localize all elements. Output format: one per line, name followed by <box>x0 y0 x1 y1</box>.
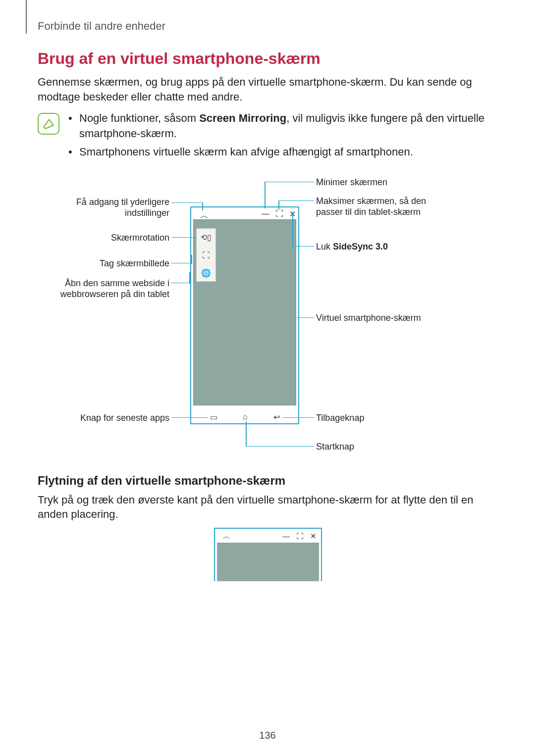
home-icon: ⌂ <box>243 412 248 421</box>
label-web: Åbn den samme webside i webbrowseren på … <box>38 278 169 300</box>
back-icon: ↩ <box>273 412 280 422</box>
maximize-icon: ⛶ <box>296 532 304 540</box>
web-icon: 🌐 <box>197 264 215 282</box>
chevron-up-icon: ︿ <box>223 532 230 541</box>
label-rotate: Skærmrotation <box>38 232 169 244</box>
minimize-icon: — <box>262 209 269 218</box>
label-back: Tilbageknap <box>316 412 364 424</box>
label-virtual: Virtuel smartphone-skærm <box>316 312 421 324</box>
minimize-icon: — <box>282 532 290 540</box>
page-number: 136 <box>0 730 535 741</box>
small-diagram: ︿ — ⛶ ✕ <box>211 528 325 581</box>
side-toolbar: ⟲▯ ⛶ 🌐 <box>196 228 216 282</box>
intro-paragraph: Gennemse skærmen, og brug apps på den vi… <box>38 75 498 104</box>
note-bullet-1: Nogle funktioner, såsom Screen Mirroring… <box>68 111 498 142</box>
label-recent: Knap for seneste apps <box>38 412 169 424</box>
page-heading: Brug af en virtuel smartphone-skærm <box>38 50 498 68</box>
maximize-icon: ⛶ <box>275 209 283 218</box>
label-home: Startknap <box>316 441 354 453</box>
note-block: Nogle funktioner, såsom Screen Mirroring… <box>38 111 498 162</box>
screenshot-icon: ⛶ <box>197 247 215 264</box>
label-screenshot: Tag skærmbillede <box>38 258 169 269</box>
sub-paragraph: Tryk på og træk den øverste kant på den … <box>38 493 498 522</box>
rotate-icon: ⟲▯ <box>197 229 215 247</box>
sub-heading: Flytning af den virtuelle smartphone-skæ… <box>38 474 498 488</box>
label-close: Luk SideSync 3.0 <box>316 241 388 252</box>
label-settings: Få adgang til yderligere indstillinger <box>38 197 169 219</box>
note-icon <box>38 113 59 135</box>
chevron-up-icon: ︿ <box>200 209 209 221</box>
breadcrumb: Forbinde til andre enheder <box>38 20 509 33</box>
label-minimize: Minimer skærmen <box>316 177 387 188</box>
note-bullet-2: Smartphonens virtuelle skærm kan afvige … <box>68 145 498 160</box>
label-maximize: Maksimer skærmen, så den passer til din … <box>316 196 445 218</box>
close-icon: ✕ <box>310 532 317 541</box>
recent-apps-icon: ▭ <box>210 412 217 422</box>
diagram: ︿ — ⛶ ✕ ⟲▯ ⛶ 🌐 ▭ ⌂ ↩ Få adgang til yderl… <box>38 177 498 459</box>
